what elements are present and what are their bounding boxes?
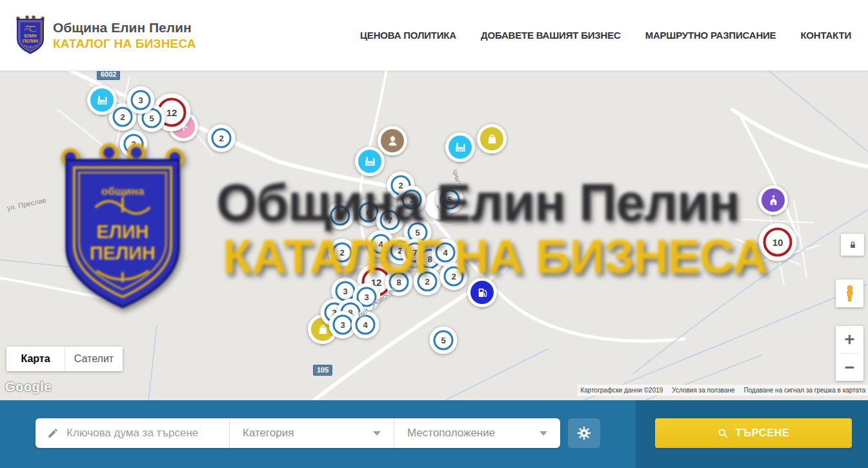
fuel-icon — [470, 281, 494, 304]
category-select[interactable]: Категория — [229, 418, 394, 448]
map-type-control: Карта Сателит — [6, 347, 123, 371]
map-pin-bag[interactable] — [477, 124, 507, 154]
cluster-count: 2 — [212, 128, 232, 148]
search-fields: Категория Местоположение — [35, 418, 560, 448]
gear-icon — [576, 425, 592, 441]
site-logo[interactable]: община ЕЛИН ПЕЛИН Община Елин Пелин КАТА… — [14, 15, 196, 56]
logo-text: Община Елин Пелин КАТАЛОГ НА БИЗНЕСА — [53, 20, 196, 51]
nav-item-pricing[interactable]: ЦЕНОВА ПОЛИТИКА — [360, 30, 456, 41]
map-cluster-marker[interactable]: 3 — [398, 186, 426, 214]
road-number-badge: 105 — [313, 365, 332, 376]
lock-icon — [847, 239, 858, 250]
factory-icon — [90, 88, 114, 112]
zoom-in-button[interactable]: + — [836, 326, 863, 353]
keyword-field[interactable] — [35, 418, 229, 448]
map-cluster-marker[interactable]: 2 — [120, 130, 148, 158]
factory-icon — [358, 150, 381, 173]
zoom-out-button[interactable]: − — [836, 354, 863, 381]
factory-icon — [449, 136, 472, 159]
nav-item-timetable[interactable]: МАРШРУТНО РАЗПИСАНИЕ — [645, 30, 776, 41]
church-icon — [762, 188, 785, 212]
map-pin-factory[interactable] — [445, 132, 475, 162]
map-cluster-marker[interactable]: 10 — [759, 223, 797, 261]
map-cluster-marker[interactable]: 2 — [414, 268, 441, 296]
cluster-count: 3 — [402, 190, 422, 210]
cluster-count: 2 — [418, 272, 438, 292]
attribution-copyright: Картографски данни ©2019 — [580, 387, 663, 394]
cluster-count: 10 — [763, 228, 792, 257]
map-attribution: Картографски данни ©2019 Условия за полз… — [578, 385, 868, 396]
site-subtitle: КАТАЛОГ НА БИЗНЕСА — [53, 37, 196, 51]
cluster-count: 2 — [332, 243, 352, 263]
cluster-count: 2 — [444, 267, 464, 287]
site-title: Община Елин Пелин — [53, 20, 196, 36]
category-select-value: Категория — [243, 427, 294, 440]
zoom-control: + − — [836, 326, 863, 381]
location-select[interactable]: Местоположение — [394, 418, 560, 448]
map-cluster-marker[interactable]: 5 — [436, 186, 464, 214]
search-button[interactable]: ТЪРСЕНЕ — [655, 418, 852, 448]
attribution-report-link[interactable]: Подаване на сигнал за грешка в картата — [744, 387, 865, 394]
satellite-view-button[interactable]: Сателит — [65, 347, 123, 371]
cluster-count: 3 — [333, 315, 353, 335]
map-view-button[interactable]: Карта — [6, 347, 65, 371]
search-button-label: ТЪРСЕНЕ — [735, 427, 789, 439]
map-pin-church[interactable] — [758, 185, 788, 215]
chevron-down-icon — [373, 431, 381, 436]
svg-text:ЕЛИН: ЕЛИН — [24, 34, 36, 38]
pin-head — [467, 278, 497, 307]
pin-head — [87, 85, 117, 115]
svg-text:община: община — [25, 25, 35, 28]
map-cluster-marker[interactable]: 2 — [328, 239, 356, 267]
cluster-count: 7 — [380, 210, 400, 230]
cluster-count: 4 — [330, 206, 350, 226]
cluster-count: 4 — [436, 243, 456, 263]
cluster-count: 3 — [131, 90, 151, 110]
map-cluster-marker[interactable]: 2 — [208, 125, 236, 152]
attribution-terms-link[interactable]: Условия за ползване — [672, 387, 734, 394]
chevron-down-icon — [540, 431, 547, 436]
pegman-icon — [840, 284, 860, 303]
nav-item-contacts[interactable]: КОНТАКТИ — [800, 30, 851, 41]
cluster-count: 2 — [124, 134, 144, 154]
keyword-input[interactable] — [66, 427, 215, 440]
pin-head — [355, 147, 385, 176]
cluster-count: 5 — [434, 331, 454, 351]
map-pin-factory[interactable] — [87, 85, 117, 115]
location-select-value: Местоположение — [407, 427, 495, 440]
map-pin-fuel[interactable] — [467, 278, 497, 307]
lock-button[interactable] — [841, 234, 864, 256]
map-cluster-marker[interactable]: 2 — [440, 263, 468, 290]
nav-item-add-business[interactable]: ДОБАВЕТЕ ВАШИЯТ БИЗНЕС — [481, 30, 621, 41]
site-header: община ЕЛИН ПЕЛИН Община Елин Пелин КАТА… — [0, 0, 868, 71]
svg-text:ПЕЛИН: ПЕЛИН — [23, 38, 38, 43]
pin-head — [758, 185, 788, 215]
main-nav: ЦЕНОВА ПОЛИТИКА ДОБАВЕТЕ ВАШИЯТ БИЗНЕС М… — [360, 30, 851, 41]
street-label: ул. Преслав — [6, 196, 46, 212]
cluster-count: 4 — [356, 315, 376, 335]
street-label: ции" — [452, 169, 462, 185]
road-number-badge: 6002 — [97, 71, 120, 80]
pencil-icon — [47, 427, 59, 439]
bag-icon — [480, 127, 503, 150]
pin-head — [445, 132, 475, 162]
page: община ЕЛИН ПЕЛИН Община Елин Пелин КАТА… — [0, 0, 868, 468]
cluster-count: 5 — [440, 190, 460, 210]
map-pin-factory[interactable] — [355, 147, 385, 176]
map-canvas[interactable]: 2212532235647542278412822333834510600210… — [0, 71, 868, 400]
advanced-settings-button[interactable] — [568, 418, 600, 448]
map-cluster-marker[interactable]: 5 — [430, 327, 458, 354]
google-logo[interactable]: Google — [5, 380, 52, 394]
search-icon — [717, 427, 729, 439]
map-cluster-marker[interactable]: 4 — [327, 202, 354, 230]
map-cluster-marker[interactable]: 3 — [127, 86, 155, 114]
map-markers-layer: 2212532235647542278412822333834510600210… — [0, 71, 868, 400]
street-view-pegman[interactable] — [836, 280, 863, 307]
search-bar: Категория Местоположение — [0, 400, 868, 468]
municipality-crest-icon: община ЕЛИН ПЕЛИН — [14, 15, 46, 56]
pin-head — [477, 124, 507, 154]
